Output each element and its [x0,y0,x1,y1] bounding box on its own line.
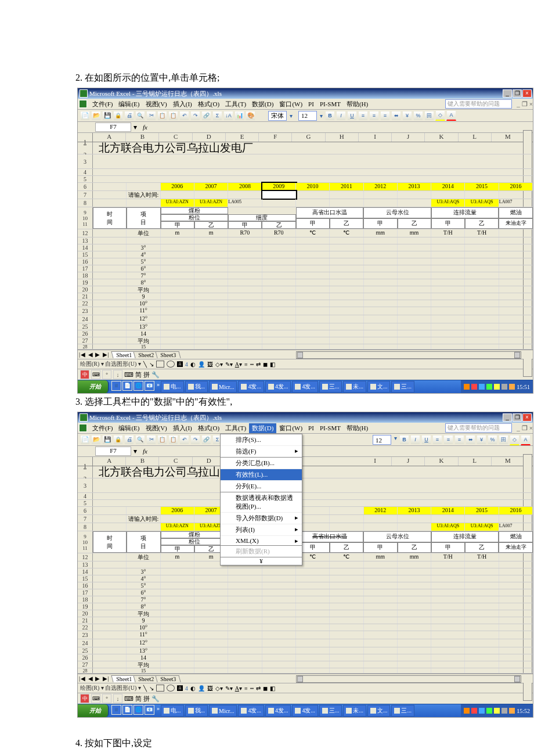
year-cell[interactable]: 2012 [364,507,398,514]
underline-icon[interactable]: U [421,435,431,445]
hour-cell[interactable]: 平均 [127,661,160,668]
menu-tools[interactable]: 工具(T) [222,423,249,433]
name-box[interactable]: F7 [95,123,131,132]
row-26[interactable]: 26 [78,654,93,661]
year-cell[interactable]: 2014 [431,507,465,514]
col-I[interactable]: I [359,457,392,466]
wb-close[interactable]: × [529,100,533,108]
dashstyle-icon[interactable]: ┅ [250,361,254,368]
open-icon[interactable]: 📂 [91,111,101,121]
hour-cell[interactable]: 10° [127,624,160,631]
row-6[interactable]: 6 [78,507,93,514]
oval-icon[interactable] [167,685,175,692]
close-button[interactable]: × [522,89,532,98]
menu-edit[interactable]: 编辑(E) [116,423,142,433]
lineweight-icon[interactable]: ≡ [244,361,248,368]
tag-cell[interactable]: U3:AI:AZN [161,523,194,531]
row-16[interactable]: 16 [78,582,93,589]
row-25[interactable]: 25 [78,323,93,330]
print-icon[interactable]: 🖨 [124,435,134,445]
save-icon[interactable]: 💾 [102,111,112,121]
hour-cell[interactable]: 14 [127,330,160,337]
task-btn[interactable]: 4发... [265,381,291,393]
linecolor-icon[interactable]: ✎▾ [225,361,233,368]
tray-icon[interactable] [509,384,515,390]
underline-icon[interactable]: U [347,111,357,121]
menu-help[interactable]: 帮助(H) [344,423,371,433]
wb-restore[interactable]: ❐ [522,424,528,432]
cut-icon[interactable]: ✂ [146,111,156,121]
tray-icon[interactable] [494,384,500,390]
task-btn[interactable]: 三... [319,381,342,393]
hyperlink-icon[interactable]: 🔗 [201,111,211,121]
font-size-drop-icon[interactable]: ▾ [318,113,324,119]
row-19[interactable]: 19 [78,279,93,286]
row-8[interactable]: 8 [78,199,93,207]
cut-icon[interactable]: ✂ [146,435,156,445]
ime-options-icon[interactable]: 简 [135,370,142,379]
hour-cell[interactable]: 8° [127,603,160,610]
task-btn[interactable]: 4发... [238,705,264,717]
row-16[interactable]: 16 [78,258,93,265]
row-28[interactable]: 28 [78,344,93,349]
hour-cell[interactable]: 14 [127,654,160,661]
hour-cell[interactable]: 6° [127,589,160,596]
ime-icon[interactable]: ⌨ [91,370,100,379]
fx-icon[interactable]: fx [143,124,147,131]
year-cell[interactable]: 2012 [364,183,398,190]
close-button[interactable]: × [522,413,532,422]
quicklaunch-icon[interactable]: 📄 [122,381,132,391]
row-21[interactable]: 21 [78,617,93,624]
row-9-11[interactable]: 91011 [78,531,93,553]
hour-cell[interactable]: 7° [127,596,160,603]
restore-button[interactable]: ❐ [513,413,522,422]
task-btn[interactable]: 4发... [292,705,318,717]
row-28[interactable]: 28 [78,668,93,673]
menu-data[interactable]: 数据(D) [249,423,276,433]
window-titlebar[interactable]: Microsoft Excel - 三号锅炉运行日志（表四）.xls _ ❐ × [78,412,533,423]
task-btn[interactable]: 未... [343,381,366,393]
menu-pismt[interactable]: PI-SMT [317,100,344,108]
hour-cell[interactable]: 12° [127,639,160,647]
quicklaunch-icon[interactable]: 📧 [145,705,154,715]
image-icon[interactable]: 🖼 [207,361,213,368]
hour-cell[interactable]: 4° [127,251,160,258]
drawing-label[interactable]: 绘图(R) ▾ 自选图形(U) ▾ [80,684,141,692]
row-1-2[interactable]: 12 [78,142,93,154]
row-1-2[interactable]: 12 [78,466,93,478]
shadow-icon[interactable]: ◼ [263,685,268,692]
restore-button[interactable]: ❐ [513,89,522,98]
menu-view[interactable]: 视图(V) [143,99,170,109]
tag-cell[interactable]: LA005 [228,199,262,207]
task-btn[interactable]: 4发... [292,381,318,393]
hyperlink-icon[interactable]: 🔗 [201,435,211,445]
menu-expand[interactable]: ¥ [221,557,302,565]
ime-settings-icon[interactable]: 🔧 [151,371,160,379]
task-btn[interactable]: Micr... [209,705,237,717]
horizontal-scrollbar[interactable] [296,675,521,683]
hour-cell[interactable]: 13° [127,647,160,654]
col-G[interactable]: G [292,133,325,142]
row-12[interactable]: 12 [78,553,93,561]
row-8[interactable]: 8 [78,523,93,531]
tray-icon[interactable] [486,384,492,390]
ime-help-icon[interactable]: 拼 [143,694,150,703]
copy-icon[interactable]: 📋 [157,435,167,445]
quicklaunch-icon[interactable]: 📄 [122,705,132,715]
currency-icon[interactable]: ¥ [477,435,486,445]
align-left-icon[interactable]: ≡ [358,111,368,121]
preview-icon[interactable]: 🔍 [135,111,145,121]
tray-icon[interactable] [501,708,507,714]
wb-minimize[interactable]: _ [517,424,520,432]
task-btn[interactable]: 4发... [238,381,264,393]
hour-cell[interactable]: 平均 [127,610,160,617]
hour-cell[interactable]: 12° [127,315,160,323]
tray-icon[interactable] [486,708,492,714]
menu-help[interactable]: 帮助(H) [344,99,371,109]
row-26[interactable]: 26 [78,330,93,337]
menu-sort[interactable]: 排序(S)... [221,434,302,446]
diagram-icon[interactable]: ◐ [190,361,196,368]
tray-icon[interactable] [471,708,477,714]
col-L[interactable]: L [459,133,492,142]
font-name-drop-icon[interactable]: ▾ [288,113,294,119]
